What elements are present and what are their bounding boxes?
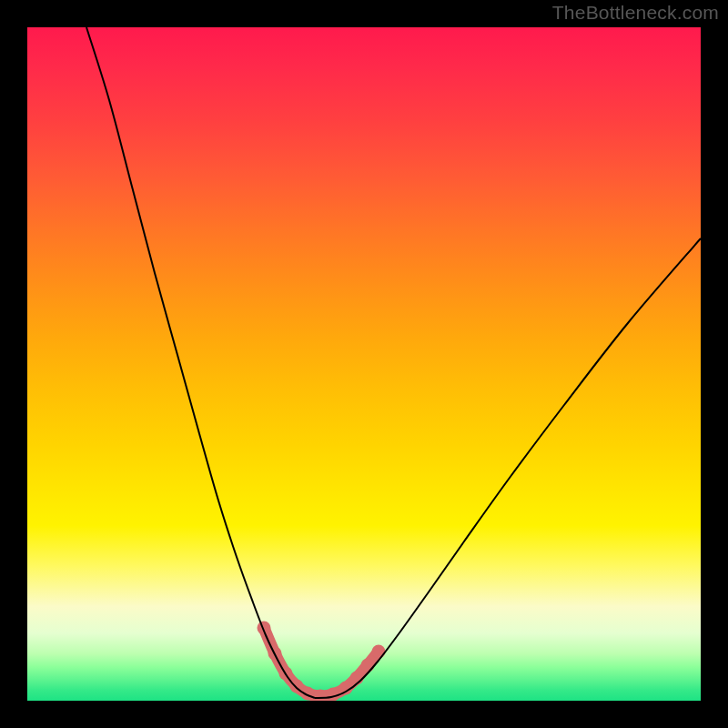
highlight-dot — [361, 659, 375, 672]
curve-series — [86, 27, 701, 698]
highlight-dip-series — [258, 622, 386, 702]
plot-area — [27, 27, 701, 701]
chart-svg — [27, 27, 701, 701]
highlight-dot — [350, 672, 364, 685]
watermark-text: TheBottleneck.com — [552, 2, 719, 24]
highlight-dot — [327, 688, 340, 702]
curve-left-path — [86, 27, 315, 698]
frame: TheBottleneck.com — [0, 0, 728, 728]
highlight-dip-path — [264, 628, 379, 696]
curve-right-path — [315, 238, 701, 698]
highlight-dot — [372, 645, 386, 659]
